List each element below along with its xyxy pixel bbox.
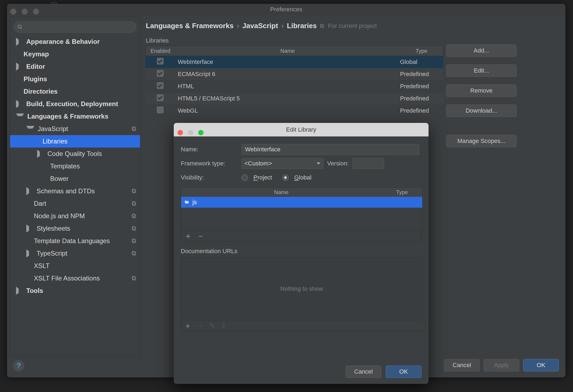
- tree-cqt[interactable]: Code Quality Tools: [10, 148, 140, 160]
- enabled-cell[interactable]: [145, 107, 175, 115]
- files-col-type[interactable]: Type: [382, 188, 422, 197]
- search-input[interactable]: [25, 24, 133, 31]
- tree-xsltfa[interactable]: XSLT File Associations: [10, 272, 140, 285]
- visibility-project-radio[interactable]: [242, 174, 248, 181]
- enabled-cell[interactable]: [145, 94, 175, 103]
- chevron-right-icon: [16, 287, 23, 295]
- checkbox-icon[interactable]: [157, 94, 163, 101]
- close-icon[interactable]: [10, 9, 16, 15]
- visibility-global-radio[interactable]: [282, 174, 289, 181]
- tree-langs[interactable]: Languages & Frameworks: [10, 110, 140, 123]
- tree-schemas[interactable]: Schemas and DTDs: [10, 185, 140, 197]
- search-icon: [17, 24, 23, 30]
- preferences-sidebar: Appearance & Behavior Keymap Editor Plug…: [10, 17, 140, 356]
- table-row[interactable]: WebInterfaceGlobal: [145, 56, 443, 68]
- search-field[interactable]: [14, 21, 136, 33]
- minimize-icon[interactable]: [188, 130, 193, 135]
- close-icon[interactable]: [178, 130, 183, 135]
- file-row[interactable]: js: [181, 197, 422, 208]
- edit-library-dialog: Edit Library Name: Framework type: <Cust…: [174, 123, 429, 384]
- enabled-cell[interactable]: [145, 82, 175, 90]
- window-title: Preferences: [270, 6, 302, 13]
- docs-label: Documentation URLs: [181, 248, 421, 255]
- specify-icon: ⇪: [221, 322, 227, 330]
- remove-icon[interactable]: －: [197, 231, 204, 241]
- tree-bower[interactable]: Bower: [10, 172, 140, 185]
- tree-tools[interactable]: Tools: [10, 285, 140, 297]
- dialog-bottom-buttons: Cancel Apply OK: [444, 359, 559, 371]
- framework-select[interactable]: <Custom>: [242, 158, 323, 169]
- col-enabled[interactable]: Enabled: [146, 46, 175, 56]
- checkbox-icon[interactable]: [157, 70, 163, 77]
- version-input[interactable]: [353, 158, 384, 169]
- checkbox-icon[interactable]: [157, 107, 163, 113]
- files-col-name[interactable]: Name: [181, 188, 382, 197]
- traffic-lights[interactable]: [178, 127, 207, 140]
- tree-tdl[interactable]: Template Data Languages: [10, 235, 140, 247]
- per-project-icon: [131, 213, 137, 219]
- add-icon[interactable]: ＋: [184, 231, 191, 241]
- breadcrumb-libraries: Libraries: [287, 22, 317, 30]
- remove-button[interactable]: Remove: [446, 84, 517, 97]
- tree-appearance[interactable]: Appearance & Behavior: [10, 35, 140, 48]
- version-label: Version:: [327, 160, 349, 167]
- tree-build[interactable]: Build, Execution, Deployment: [10, 98, 140, 110]
- tree-directories[interactable]: Directories: [10, 85, 140, 98]
- edit-button[interactable]: Edit...: [446, 64, 517, 77]
- tree-xslt[interactable]: XSLT: [10, 260, 140, 272]
- chevron-right-icon: [26, 224, 33, 233]
- ok-button[interactable]: OK: [523, 359, 559, 371]
- name-cell: ECMAScript 6: [175, 71, 400, 78]
- breadcrumb-hint: For current project: [328, 22, 377, 30]
- help-button[interactable]: ?: [13, 360, 24, 371]
- chevron-right-icon: [37, 150, 44, 158]
- modal-bottom-buttons: Cancel OK: [346, 365, 421, 378]
- tree-stylesheets[interactable]: Stylesheets: [10, 222, 140, 235]
- tree-node[interactable]: Node.js and NPM: [10, 210, 140, 222]
- tree-dart[interactable]: Dart: [10, 197, 140, 210]
- checkbox-icon[interactable]: [157, 82, 163, 89]
- type-cell: Predefined: [400, 83, 443, 90]
- modal-ok-button[interactable]: OK: [386, 365, 421, 378]
- apply-button[interactable]: Apply: [484, 359, 519, 371]
- col-name[interactable]: Name: [175, 46, 400, 56]
- modal-cancel-button[interactable]: Cancel: [346, 365, 381, 378]
- table-row[interactable]: HTML5 / ECMAScript 5Predefined: [145, 93, 443, 105]
- tree-keymap[interactable]: Keymap: [10, 48, 140, 60]
- framework-label: Framework type:: [181, 160, 238, 167]
- tree-typescript[interactable]: TypeScript: [10, 247, 140, 260]
- breadcrumb-sep: ›: [237, 22, 239, 30]
- tree-editor[interactable]: Editor: [10, 60, 140, 73]
- download-button[interactable]: Download...: [446, 104, 517, 117]
- checkbox-icon[interactable]: [157, 58, 163, 64]
- zoom-icon[interactable]: [198, 130, 204, 135]
- enabled-cell[interactable]: [145, 58, 175, 66]
- breadcrumb-langs[interactable]: Languages & Frameworks: [146, 22, 234, 30]
- table-row[interactable]: ECMAScript 6Predefined: [145, 68, 443, 80]
- visibility-global-label[interactable]: Global: [294, 174, 311, 181]
- manage-scopes-button[interactable]: Manage Scopes...: [446, 135, 517, 147]
- minimize-icon[interactable]: [22, 9, 28, 15]
- name-input[interactable]: [242, 144, 419, 155]
- zoom-icon[interactable]: [33, 9, 39, 15]
- table-row[interactable]: HTMLPredefined: [145, 80, 443, 93]
- breadcrumb-js[interactable]: JavaScript: [242, 22, 278, 30]
- libraries-label: Libraries: [146, 37, 562, 44]
- tree-javascript[interactable]: JavaScript: [10, 123, 140, 135]
- visibility-project-label[interactable]: Project: [253, 174, 272, 181]
- cancel-button[interactable]: Cancel: [444, 359, 480, 371]
- name-cell: HTML: [175, 83, 400, 90]
- per-project-icon: [131, 126, 137, 132]
- add-icon[interactable]: ＋: [184, 321, 191, 331]
- type-cell: Global: [400, 58, 443, 66]
- side-buttons: Add... Edit... Remove Download... Manage…: [446, 44, 517, 147]
- tree-templates[interactable]: Templates: [10, 160, 140, 172]
- add-button[interactable]: Add...: [446, 44, 517, 57]
- tree-libraries[interactable]: Libraries: [10, 135, 140, 148]
- enabled-cell[interactable]: [145, 70, 175, 78]
- tree-plugins[interactable]: Plugins: [10, 73, 140, 85]
- col-type[interactable]: Type: [400, 46, 443, 56]
- table-row[interactable]: WebGLPredefined: [145, 105, 443, 117]
- name-cell: WebInterface: [175, 58, 400, 66]
- folder-icon: [184, 200, 190, 205]
